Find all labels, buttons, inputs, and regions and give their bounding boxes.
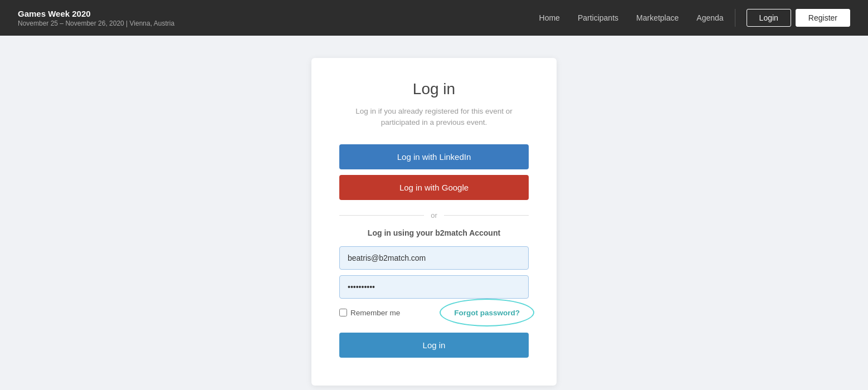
password-input[interactable] bbox=[339, 275, 529, 299]
nav-links: Home Participants Marketplace Agenda bbox=[539, 13, 724, 22]
participants-link[interactable]: Participants bbox=[578, 13, 618, 22]
form-options-row: Remember me Forgot password? bbox=[339, 304, 529, 321]
divider-line-right bbox=[444, 215, 529, 216]
navbar: Games Week 2020 November 25 – November 2… bbox=[0, 0, 868, 36]
linkedin-login-button[interactable]: Log in with LinkedIn bbox=[339, 144, 529, 169]
marketplace-link[interactable]: Marketplace bbox=[636, 13, 679, 22]
navbar-actions: Login Register bbox=[747, 9, 850, 27]
agenda-link[interactable]: Agenda bbox=[696, 13, 723, 22]
forgot-password-container: Forgot password? bbox=[445, 304, 529, 321]
remember-me-checkbox[interactable] bbox=[339, 309, 347, 316]
login-title: Log in bbox=[339, 80, 529, 98]
divider-line-left bbox=[339, 215, 424, 216]
login-button[interactable]: Login bbox=[747, 9, 791, 27]
email-input[interactable] bbox=[339, 246, 529, 270]
brand-subtitle: November 25 – November 26, 2020 | Vienna… bbox=[18, 20, 174, 27]
or-text: or bbox=[431, 211, 437, 220]
google-login-button[interactable]: Log in with Google bbox=[339, 175, 529, 200]
home-link[interactable]: Home bbox=[539, 13, 560, 22]
b2match-label: Log in using your b2match Account bbox=[339, 228, 529, 237]
nav-divider bbox=[735, 9, 735, 27]
brand-title: Games Week 2020 bbox=[18, 9, 174, 18]
remember-me-text: Remember me bbox=[350, 309, 400, 317]
login-subtitle: Log in if you already registered for thi… bbox=[339, 106, 529, 129]
or-divider: or bbox=[339, 211, 529, 220]
login-submit-button[interactable]: Log in bbox=[339, 333, 529, 358]
remember-me-label[interactable]: Remember me bbox=[339, 309, 400, 317]
register-button[interactable]: Register bbox=[796, 9, 850, 27]
brand: Games Week 2020 November 25 – November 2… bbox=[18, 9, 174, 27]
forgot-password-link[interactable]: Forgot password? bbox=[445, 304, 529, 321]
main-content: Log in Log in if you already registered … bbox=[0, 36, 868, 390]
login-card: Log in Log in if you already registered … bbox=[311, 58, 557, 386]
